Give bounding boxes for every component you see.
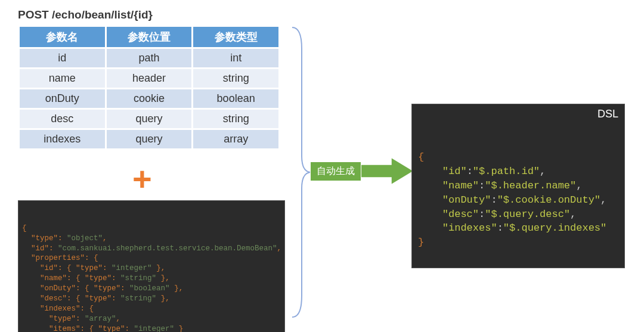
table-cell: name [20, 69, 105, 88]
col-header-loc: 参数位置 [107, 27, 192, 47]
table-row: onDutycookieboolean [20, 89, 278, 108]
plus-icon: + [132, 162, 152, 196]
table-row: idpathint [20, 49, 278, 67]
dsl-caption: DSL [597, 107, 618, 122]
table-cell: query [107, 130, 192, 148]
svg-marker-0 [360, 157, 414, 185]
table-cell: desc [20, 110, 105, 128]
table-cell: header [107, 69, 192, 88]
arrow-label: 自动生成 [310, 162, 361, 181]
table-row: nameheaderstring [20, 69, 278, 88]
table-cell: onDuty [20, 89, 105, 108]
table-row: descquerystring [20, 110, 278, 128]
table-cell: path [107, 49, 192, 67]
endpoint-title: POST /echo/bean/list/{id} [18, 8, 280, 21]
table-cell: boolean [193, 89, 278, 108]
table-cell: cookie [107, 89, 192, 108]
json-schema-code: { "type": "object", "id": "com.sankuai.s… [22, 224, 281, 332]
table-cell: string [193, 110, 278, 128]
dsl-box: DSL { "id":"$.path.id", "name":"$.header… [411, 104, 625, 268]
table-cell: string [193, 69, 278, 88]
table-cell: query [107, 110, 192, 128]
col-header-name: 参数名 [20, 27, 105, 47]
param-table: 参数名 参数位置 参数类型 idpathintnameheaderstringo… [18, 25, 280, 150]
table-cell: id [20, 49, 105, 67]
json-schema-box: { "type": "object", "id": "com.sankuai.s… [18, 200, 285, 332]
col-header-type: 参数类型 [193, 27, 278, 47]
table-cell: indexes [20, 130, 105, 148]
table-row: indexesqueryarray [20, 130, 278, 148]
table-cell: int [193, 49, 278, 67]
table-cell: array [193, 130, 278, 148]
left-column: POST /echo/bean/list/{id} 参数名 参数位置 参数类型 … [18, 8, 280, 150]
arrow-right-icon [360, 157, 414, 185]
generate-arrow: 自动生成 [310, 157, 414, 185]
dsl-code: { "id":"$.path.id", "name":"$.header.nam… [418, 150, 618, 250]
